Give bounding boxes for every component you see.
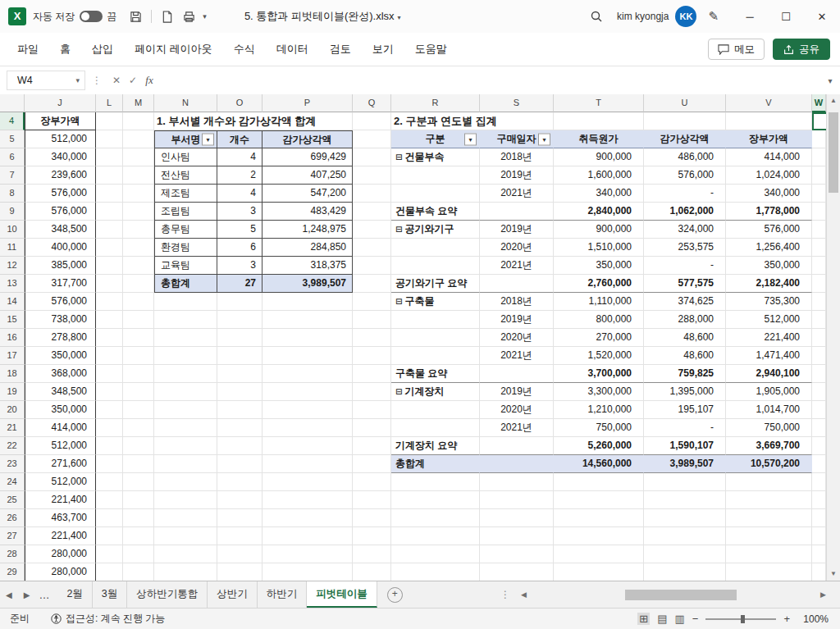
cell-S8[interactable]: 2021년: [480, 185, 554, 203]
cell-S29[interactable]: [480, 563, 554, 581]
horizontal-scrollbar[interactable]: ◀ ▶: [517, 589, 830, 601]
cell-S11[interactable]: 2020년: [480, 239, 554, 257]
cell-L15[interactable]: [96, 311, 123, 329]
formula-bar-expand-icon[interactable]: ▾: [820, 76, 840, 85]
cell-N18[interactable]: [154, 365, 217, 383]
row-header-9[interactable]: 9: [0, 203, 25, 221]
cell-N9[interactable]: 조립팀: [154, 203, 217, 221]
row-header-18[interactable]: 18: [0, 365, 25, 383]
cell-J29[interactable]: 280,000: [25, 563, 96, 581]
cell-J24[interactable]: 512,000: [25, 473, 96, 491]
cell-U17[interactable]: 48,600: [644, 347, 726, 365]
scroll-up-icon[interactable]: ▲: [827, 94, 840, 107]
cell-O16[interactable]: [217, 329, 262, 347]
cell-Q18[interactable]: [353, 365, 391, 383]
cell-M26[interactable]: [123, 509, 154, 527]
col-header-P[interactable]: P: [262, 94, 353, 112]
horizontal-scroll-track[interactable]: [531, 589, 816, 601]
cell-V12[interactable]: 350,000: [726, 257, 812, 275]
cell-W7[interactable]: [812, 166, 826, 185]
row-header-17[interactable]: 17: [0, 347, 25, 365]
cell-S28[interactable]: [480, 545, 554, 563]
cell-S5[interactable]: 구매일자▾: [480, 130, 554, 148]
sheet-nav-right-icon[interactable]: ▶: [24, 590, 30, 599]
cell-J22[interactable]: 512,000: [25, 437, 96, 455]
cell-T29[interactable]: [554, 563, 644, 581]
cell-M27[interactable]: [123, 527, 154, 545]
cell-U16[interactable]: 48,600: [644, 329, 726, 347]
cell-P19[interactable]: [262, 383, 353, 401]
cell-S16[interactable]: 2020년: [480, 329, 554, 347]
cell-S18[interactable]: [480, 365, 554, 383]
cell-O20[interactable]: [217, 401, 262, 419]
cell-L25[interactable]: [96, 491, 123, 509]
cell-J16[interactable]: 278,800: [25, 329, 96, 347]
cell-V28[interactable]: [726, 545, 812, 563]
cell-U11[interactable]: 253,575: [644, 239, 726, 257]
cell-Q16[interactable]: [353, 329, 391, 347]
cell-N10[interactable]: 총무팀: [154, 221, 217, 239]
cell-S6[interactable]: 2018년: [480, 148, 554, 166]
search-icon[interactable]: [587, 7, 605, 25]
cell-R26[interactable]: [391, 509, 480, 527]
cell-M7[interactable]: [123, 166, 154, 185]
cell-J19[interactable]: 348,500: [25, 383, 96, 401]
col-header-V[interactable]: V: [726, 94, 812, 112]
maximize-button[interactable]: ☐: [768, 0, 804, 33]
row-header-4[interactable]: 4: [0, 112, 25, 130]
filter-button[interactable]: ▾: [538, 133, 550, 145]
cell-S22[interactable]: [480, 437, 554, 455]
zoom-slider-thumb[interactable]: [741, 615, 745, 623]
cell-V23[interactable]: 10,570,200: [726, 455, 812, 473]
sheet-nav-left-icon[interactable]: ◀: [6, 590, 12, 599]
cell-W9[interactable]: [812, 203, 826, 221]
cell-T23[interactable]: 14,560,000: [554, 455, 644, 473]
cell-Q5[interactable]: [353, 130, 391, 148]
cell-V8[interactable]: 340,000: [726, 185, 812, 203]
cell-Q20[interactable]: [353, 401, 391, 419]
cell-O8[interactable]: 4: [217, 185, 262, 203]
cell-O22[interactable]: [217, 437, 262, 455]
cell-Q19[interactable]: [353, 383, 391, 401]
excel-logo-icon[interactable]: X: [8, 7, 26, 25]
sheet-tab-피벗테이블[interactable]: 피벗테이블: [307, 581, 377, 608]
cell-R12[interactable]: [391, 257, 480, 275]
cell-V17[interactable]: 1,471,400: [726, 347, 812, 365]
cell-Q22[interactable]: [353, 437, 391, 455]
cell-Q26[interactable]: [353, 509, 391, 527]
cell-L19[interactable]: [96, 383, 123, 401]
cell-T16[interactable]: 270,000: [554, 329, 644, 347]
row-header-6[interactable]: 6: [0, 148, 25, 166]
cell-M22[interactable]: [123, 437, 154, 455]
zoom-in-icon[interactable]: +: [783, 613, 790, 625]
cell-O23[interactable]: [217, 455, 262, 473]
cell-W13[interactable]: [812, 275, 826, 293]
cell-W26[interactable]: [812, 509, 826, 527]
cell-M20[interactable]: [123, 401, 154, 419]
cell-R19[interactable]: ⊟기계장치: [391, 383, 480, 401]
accessibility-status[interactable]: 접근성: 계속 진행 가능: [51, 612, 165, 626]
cell-O9[interactable]: 3: [217, 203, 262, 221]
cell-V22[interactable]: 3,669,700: [726, 437, 812, 455]
cell-P10[interactable]: 1,248,975: [262, 221, 353, 239]
cell-Q9[interactable]: [353, 203, 391, 221]
cell-J11[interactable]: 400,000: [25, 239, 96, 257]
cell-S13[interactable]: [480, 275, 554, 293]
cell-M24[interactable]: [123, 473, 154, 491]
autosave-toggle[interactable]: [80, 11, 103, 22]
cell-N21[interactable]: [154, 419, 217, 437]
cell-T27[interactable]: [554, 527, 644, 545]
cell-R23[interactable]: 총합계: [391, 455, 480, 473]
cell-U7[interactable]: 576,000: [644, 166, 726, 185]
row-header-15[interactable]: 15: [0, 311, 25, 329]
cell-N20[interactable]: [154, 401, 217, 419]
cell-S21[interactable]: 2021년: [480, 419, 554, 437]
new-document-icon[interactable]: [158, 7, 176, 25]
cell-R25[interactable]: [391, 491, 480, 509]
cell-J20[interactable]: 350,000: [25, 401, 96, 419]
cell-P11[interactable]: 284,850: [262, 239, 353, 257]
cell-V6[interactable]: 414,000: [726, 148, 812, 166]
cell-V19[interactable]: 1,905,000: [726, 383, 812, 401]
cell-S19[interactable]: 2019년: [480, 383, 554, 401]
cell-P5[interactable]: 감가상각액: [262, 130, 353, 148]
